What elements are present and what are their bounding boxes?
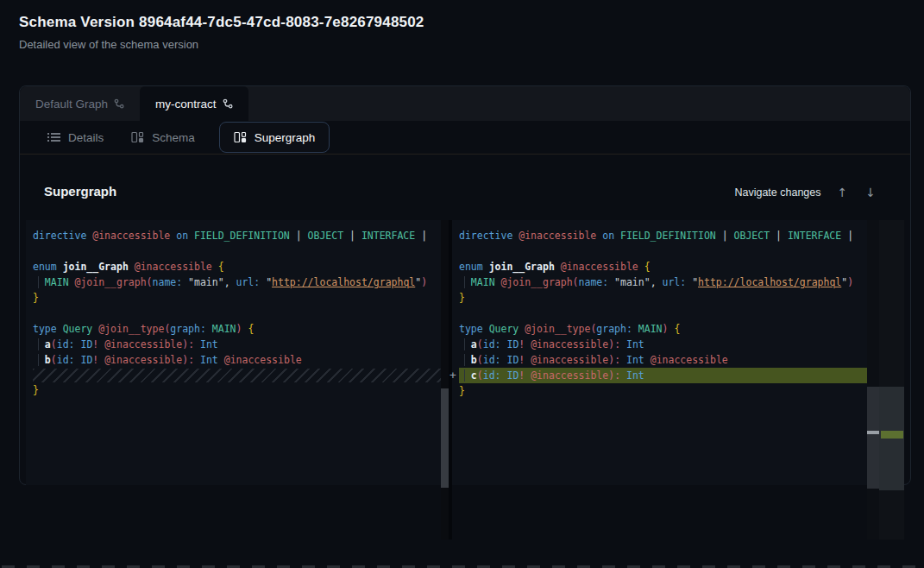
code-line: enum join__Graph @inaccessible { (33, 259, 441, 275)
tab-label: Details (68, 131, 104, 144)
variant-branch-icon (114, 98, 124, 109)
indent-guide (464, 354, 465, 366)
tab-label: Schema (152, 131, 195, 144)
diff-added-marker: + (446, 368, 460, 383)
indent-guide (38, 354, 39, 366)
variant-tab-my-contract[interactable]: my-contract (140, 86, 248, 121)
indent-guide (464, 338, 465, 350)
code-line (33, 243, 441, 259)
schema-version-page: Schema Version 8964af44-7dc5-47cd-8083-7… (0, 0, 924, 568)
page-subtitle: Detailed view of the schema version (19, 38, 198, 51)
minimap-change-marker-green (881, 431, 903, 439)
variant-tab-label: Default Graph (35, 98, 108, 110)
code-line: MAIN @join__graph(name: "main", url: "ht… (33, 275, 441, 290)
minimap-viewport[interactable] (879, 387, 904, 490)
panels-icon (131, 131, 144, 143)
code-line: } (459, 383, 878, 399)
code-line: enum join__Graph @inaccessible { (459, 259, 878, 275)
code-line: } (33, 382, 441, 398)
code-line: b(id: ID! @inaccessible): Int @inaccessi… (33, 352, 441, 368)
code-line: type Query @join__type(graph: MAIN) { (33, 321, 441, 337)
navigate-previous-change-button[interactable]: ↑ (836, 185, 850, 200)
tab-schema[interactable]: Schema (117, 121, 209, 154)
page-title: Schema Version 8964af44-7dc5-47cd-8083-7… (19, 14, 424, 31)
diff-placeholder-row (33, 369, 441, 382)
code-line: a(id: ID! @inaccessible): Int (459, 337, 878, 352)
code-line (459, 306, 878, 321)
navigate-next-change-button[interactable]: ↓ (864, 185, 877, 200)
variant-branch-icon (223, 98, 233, 109)
code-line (459, 243, 878, 259)
right-scrollbar-thumb[interactable] (867, 387, 879, 489)
navigate-changes-label: Navigate changes (734, 186, 820, 199)
indent-guide (464, 276, 465, 288)
diff-pane-left[interactable]: directive @inaccessible on FIELD_DEFINIT… (26, 220, 441, 485)
diff-pane-right[interactable]: directive @inaccessible on FIELD_DEFINIT… (452, 220, 878, 485)
code-line: a(id: ID! @inaccessible): Int (33, 337, 441, 352)
right-scrollbar-area[interactable] (867, 220, 904, 540)
navigate-changes: Navigate changes ↑ ↓ (734, 185, 877, 200)
code-line: type Query @join__type(graph: MAIN) { (459, 321, 878, 337)
variant-tabs: Default Graphmy-contract (20, 86, 910, 121)
variant-tab-default-graph[interactable]: Default Graph (20, 86, 140, 121)
view-tabs: DetailsSchemaSupergraph (20, 121, 910, 155)
code-line: } (33, 290, 441, 306)
panels-icon (234, 131, 247, 143)
supergraph-panel-title: Supergraph (44, 184, 116, 199)
indent-guide (464, 369, 465, 382)
tab-supergraph[interactable]: Supergraph (219, 122, 330, 153)
indent-guide (38, 338, 39, 350)
left-scrollbar-thumb[interactable] (441, 388, 449, 488)
minimap-change-marker-gray (867, 431, 879, 434)
variant-tab-label: my-contract (155, 98, 217, 110)
code-line: b(id: ID! @inaccessible): Int @inaccessi… (459, 352, 878, 368)
code-line: MAIN @join__graph(name: "main", url: "ht… (459, 275, 878, 290)
code-line: } (459, 290, 878, 306)
code-line: directive @inaccessible on FIELD_DEFINIT… (33, 228, 441, 243)
tab-label: Supergraph (255, 131, 316, 144)
indent-guide (38, 276, 39, 288)
diff-added-line: c(id: ID! @inaccessible): Int (459, 368, 878, 383)
list-icon (47, 132, 60, 142)
tab-details[interactable]: Details (34, 121, 117, 154)
minimap[interactable] (879, 220, 904, 540)
code-line: directive @inaccessible on FIELD_DEFINIT… (459, 228, 878, 243)
code-line (33, 306, 441, 321)
